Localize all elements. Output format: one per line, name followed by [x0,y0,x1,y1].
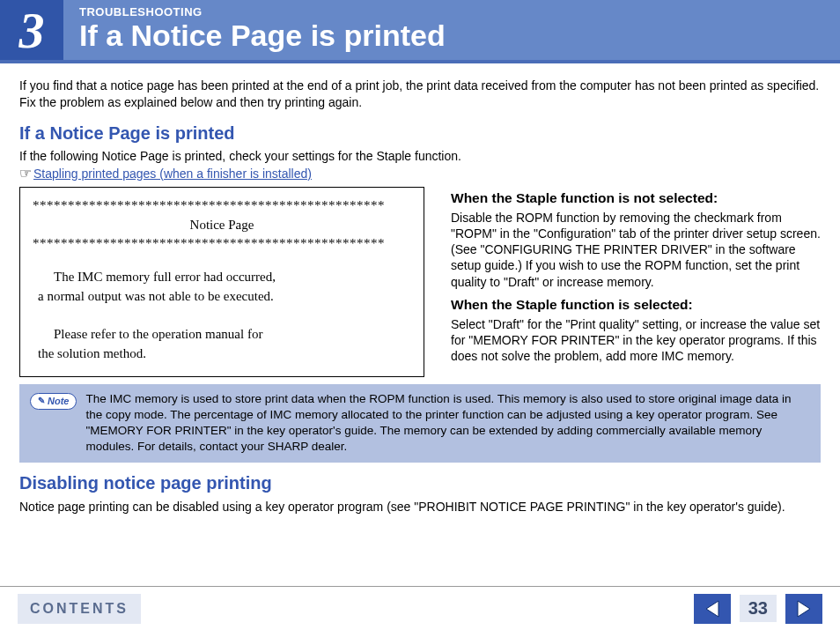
note-text: The IMC memory is used to store print da… [85,391,810,456]
notice-page-example: ****************************************… [19,187,424,377]
arrow-left-icon [703,599,722,619]
notice-line1: The IMC memory full error had occurred, [38,268,406,287]
right-column: When the Staple function is not selected… [451,185,821,377]
pointer-icon: ☞ [19,166,32,181]
note-badge: ✎Note [30,393,77,410]
page-header: 3 TROUBLESHOOTING If a Notice Page is pr… [0,0,840,63]
section-heading-disabling: Disabling notice page printing [19,473,821,493]
next-page-button[interactable] [785,594,822,624]
notice-stars-bottom: ****************************************… [33,234,411,254]
intro-paragraph: If you find that a notice page has been … [19,78,821,111]
footer-bar: CONTENTS 33 [0,586,840,630]
notice-title: Notice Page [33,216,411,235]
paragraph-not-selected: Disable the ROPM function by removing th… [451,210,821,290]
subheading-not-selected: When the Staple function is not selected… [451,190,821,206]
svg-marker-0 [706,601,718,617]
notice-body: The IMC memory full error had occurred, … [33,268,411,364]
contents-button[interactable]: CONTENTS [18,594,141,624]
notice-stars-top: ****************************************… [33,196,411,216]
paragraph-selected: Select "Draft" for the "Print quality" s… [451,316,821,365]
chapter-number-box: 3 [0,0,63,60]
arrow-right-icon [794,599,814,619]
footer-nav: 33 [694,594,822,624]
note-callout: ✎Note The IMC memory is used to store pr… [19,384,821,463]
svg-marker-1 [798,601,810,617]
notice-line3: Please refer to the operation manual for [38,325,406,345]
page-number: 33 [740,595,777,622]
pencil-icon: ✎ [38,395,45,407]
notice-line2: a normal output was not able to be execu… [38,287,406,307]
prev-page-button[interactable] [694,594,731,624]
note-badge-text: Note [48,395,69,408]
link-row: ☞Stapling printed pages (when a finisher… [19,165,821,182]
disabling-paragraph: Notice page printing can be disabled usi… [19,499,821,515]
header-eyebrow: TROUBLESHOOTING [79,5,446,19]
section1-lead: If the following Notice Page is printed,… [19,149,821,163]
stapling-link[interactable]: Stapling printed pages (when a finisher … [33,167,312,181]
section-heading-notice: If a Notice Page is printed [19,123,821,144]
two-column-layout: ****************************************… [19,185,821,377]
chapter-number: 3 [19,1,45,60]
page-title: If a Notice Page is printed [79,20,446,50]
notice-line4: the solution method. [38,345,406,364]
header-text: TROUBLESHOOTING If a Notice Page is prin… [63,0,461,60]
left-column: ****************************************… [19,185,424,377]
content-area: If you find that a notice page has been … [0,63,840,515]
subheading-selected: When the Staple function is selected: [451,297,821,313]
